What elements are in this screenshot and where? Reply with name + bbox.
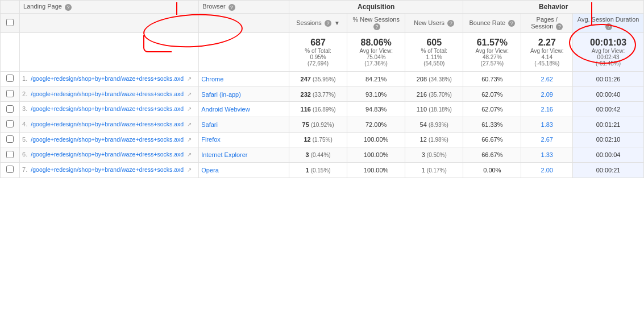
sessions-value: 3 — [305, 151, 309, 158]
totals-bounce-cell: 61.57% Avg for View: 48.27% (27.57%) — [463, 33, 521, 72]
row-checkbox[interactable] — [6, 135, 14, 143]
row-browser-cell: Android Webview — [199, 102, 289, 117]
bounce-rate-help-icon[interactable]: ? — [508, 20, 515, 27]
row-checkbox-cell[interactable] — [1, 86, 20, 102]
table-row: 7. /google+redesign/shop+by+brand/waze+d… — [1, 162, 644, 178]
totals-new-users-cell: 605 % of Total: 1.11% (54,550) — [405, 33, 463, 72]
bounce-value: 62.07% — [481, 106, 502, 113]
external-link-icon[interactable]: ↗ — [187, 76, 194, 82]
row-avg-session-cell: 00:00:40 — [573, 86, 644, 102]
avg-session-help-icon[interactable]: ? — [605, 23, 612, 30]
avg-session-value: 00:00:40 — [596, 91, 621, 98]
pages-session-help-icon[interactable]: ? — [556, 23, 563, 30]
pct-new-value: 100.00% — [364, 151, 388, 158]
row-checkbox-cell[interactable] — [1, 147, 20, 163]
row-num: 2. — [22, 90, 27, 97]
totals-pages-cell: 2.27 Avg for View: 4.14 (-45.18%) — [521, 33, 573, 72]
landing-page-link[interactable]: /google+redesign/shop+by+brand/waze+dres… — [31, 75, 184, 82]
row-sessions-cell: 1 (0.15%) — [289, 162, 347, 178]
external-link-icon[interactable]: ↗ — [187, 121, 194, 128]
landing-page-header: Landing Page ? — [20, 1, 199, 14]
row-checkbox[interactable] — [6, 151, 14, 158]
external-link-icon[interactable]: ↗ — [187, 91, 194, 98]
table-row: 3. /google+redesign/shop+by+brand/waze+d… — [1, 102, 644, 117]
browser-value: Opera — [201, 167, 219, 174]
row-bounce-cell: 62.07% — [463, 102, 521, 117]
row-checkbox-cell[interactable] — [1, 132, 20, 147]
avg-session-value: 00:01:21 — [596, 121, 621, 128]
row-checkbox-cell[interactable] — [1, 162, 20, 178]
totals-avg-session-cell: 00:01:03 Avg for View: 00:02:43 (-61.45%… — [573, 33, 644, 72]
pages-value: 2.09 — [541, 91, 553, 98]
row-checkbox[interactable] — [6, 166, 14, 173]
row-pages-cell: 1.33 — [521, 147, 573, 163]
row-bounce-cell: 66.67% — [463, 132, 521, 147]
row-num: 1. — [22, 75, 27, 82]
row-bounce-cell: 0.00% — [463, 162, 521, 178]
landing-page-help-icon[interactable]: ? — [65, 4, 72, 11]
external-link-icon[interactable]: ↗ — [187, 151, 194, 158]
browser-help-icon[interactable]: ? — [228, 4, 235, 11]
row-pages-cell: 2.00 — [521, 162, 573, 178]
row-avg-session-cell: 00:00:42 — [573, 102, 644, 117]
sessions-pct: (35.95%) — [313, 76, 336, 82]
pct-new-value: 72.00% — [365, 121, 387, 128]
row-landing-cell: 4. /google+redesign/shop+by+brand/waze+d… — [20, 117, 199, 133]
row-new-users-cell: 110 (18.18%) — [405, 102, 463, 117]
pages-value: 2.16 — [541, 106, 553, 113]
row-bounce-cell: 66.67% — [463, 147, 521, 163]
row-pct-new-cell: 72.00% — [347, 117, 405, 133]
new-users-help-icon[interactable]: ? — [447, 20, 454, 27]
row-num: 6. — [22, 151, 27, 158]
external-link-icon[interactable]: ↗ — [187, 167, 194, 174]
row-new-users-cell: 208 (34.38%) — [405, 72, 463, 87]
sessions-value: 1 — [305, 167, 309, 174]
browser-value: Android Webview — [201, 106, 250, 113]
row-browser-cell: Opera — [199, 162, 289, 178]
external-link-icon[interactable]: ↗ — [187, 106, 194, 113]
row-sessions-cell: 247 (35.95%) — [289, 72, 347, 87]
row-num: 3. — [22, 105, 27, 112]
row-checkbox-cell[interactable] — [1, 102, 20, 117]
bounce-value: 66.67% — [481, 136, 502, 143]
landing-page-link[interactable]: /google+redesign/shop+by+brand/waze+dres… — [31, 105, 184, 112]
bounce-value: 61.33% — [481, 121, 502, 128]
sessions-value: 75 — [302, 121, 309, 128]
row-checkbox[interactable] — [6, 105, 14, 113]
row-avg-session-cell: 00:01:26 — [573, 72, 644, 87]
row-checkbox-cell[interactable] — [1, 117, 20, 133]
landing-page-link[interactable]: /google+redesign/shop+by+brand/waze+dres… — [31, 136, 184, 143]
browser-subheader — [199, 14, 289, 33]
pct-new-sessions-help-icon[interactable]: ? — [373, 23, 380, 30]
pages-value: 2.67 — [541, 136, 553, 143]
row-checkbox-cell[interactable] — [1, 72, 20, 87]
pct-new-value: 93.10% — [365, 91, 387, 98]
external-link-icon[interactable]: ↗ — [187, 137, 194, 143]
sessions-col-header[interactable]: Sessions ? ▼ — [289, 14, 347, 33]
sessions-value: 247 — [301, 76, 311, 82]
new-users-pct: (34.38%) — [429, 76, 452, 82]
landing-page-link[interactable]: /google+redesign/shop+by+brand/waze+dres… — [31, 90, 184, 97]
landing-page-link[interactable]: /google+redesign/shop+by+brand/waze+dres… — [31, 151, 184, 158]
browser-value: Firefox — [201, 136, 221, 143]
landing-page-link[interactable]: /google+redesign/shop+by+brand/waze+dres… — [31, 166, 184, 173]
row-browser-cell: Firefox — [199, 132, 289, 147]
row-browser-cell: Safari (in-app) — [199, 86, 289, 102]
sessions-help-icon[interactable]: ? — [325, 20, 331, 27]
pages-value: 1.33 — [541, 151, 553, 158]
new-users-value: 216 — [417, 91, 427, 98]
row-pct-new-cell: 94.83% — [347, 102, 405, 117]
avg-session-value: 00:00:21 — [596, 167, 621, 174]
row-checkbox[interactable] — [6, 75, 14, 82]
table-row: 2. /google+redesign/shop+by+brand/waze+d… — [1, 86, 644, 102]
landing-page-link[interactable]: /google+redesign/shop+by+brand/waze+dres… — [31, 121, 184, 127]
browser-value: Safari — [201, 121, 218, 128]
select-all-checkbox[interactable] — [6, 19, 14, 26]
row-checkbox[interactable] — [6, 120, 14, 127]
row-pages-cell: 2.62 — [521, 72, 573, 87]
table-row: 1. /google+redesign/shop+by+brand/waze+d… — [1, 72, 644, 87]
landing-page-subheader — [20, 14, 199, 33]
row-new-users-cell: 1 (0.17%) — [405, 162, 463, 178]
browser-value: Internet Explorer — [201, 151, 247, 158]
row-checkbox[interactable] — [6, 90, 14, 97]
